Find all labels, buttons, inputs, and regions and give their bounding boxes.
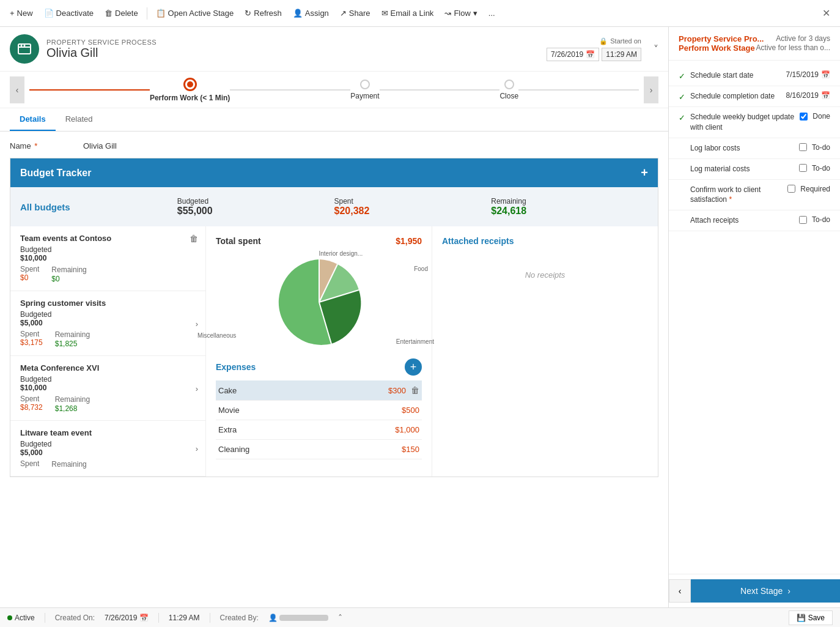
- expense-row: Movie $500: [216, 401, 422, 420]
- open-active-stage-button[interactable]: 📋 Open Active Stage: [151, 6, 239, 20]
- expand-button[interactable]: ˄: [338, 613, 342, 623]
- receipts-checkbox[interactable]: [799, 216, 807, 224]
- tab-related[interactable]: Related: [56, 108, 103, 131]
- expenses-title: Expenses: [216, 362, 256, 372]
- rp-process-name[interactable]: Property Service Pro...: [679, 34, 764, 43]
- calendar-icon: 📅: [586, 50, 595, 59]
- stages-wrapper: Perform Work (< 1 Min) Payment Close: [24, 72, 644, 108]
- stage-connector-3: [380, 89, 500, 91]
- svg-point-3: [24, 45, 26, 46]
- pie-chart-svg: [270, 253, 368, 351]
- budget-tracker-add-button[interactable]: +: [641, 166, 648, 180]
- stage-item-close[interactable]: Close: [499, 80, 518, 100]
- budget-summary: All budgets Budgeted $55,000 Spent $20,3…: [10, 187, 658, 226]
- budget-detail: Total spent $1,950: [206, 226, 432, 477]
- required-asterisk: *: [729, 195, 732, 204]
- rp-checklist-item: ✓ Log material costs To-do: [669, 159, 840, 180]
- rp-checklist-item: ✓ Log labor costs To-do: [669, 138, 840, 159]
- stage-connector-4: [518, 89, 639, 91]
- new-button[interactable]: + New: [5, 6, 38, 20]
- created-by-value: 👤: [268, 614, 328, 622]
- list-item[interactable]: › Spring customer visits Budgeted$5,000 …: [10, 291, 205, 356]
- total-spent-value: $1,950: [396, 236, 422, 246]
- email-link-icon: ✉: [381, 9, 388, 18]
- list-item[interactable]: › Meta Conference XVI Budgeted$10,000 Sp…: [10, 356, 205, 421]
- rp-process-row: Active for 3 days Property Service Pro..…: [679, 34, 830, 43]
- budget-all-label: All budgets: [20, 202, 177, 212]
- assign-button[interactable]: 👤 Assign: [288, 6, 334, 20]
- name-required: *: [34, 141, 37, 150]
- save-icon: 💾: [797, 614, 806, 622]
- list-item[interactable]: 🗑 Team events at Contoso Budgeted$10,000…: [10, 226, 205, 291]
- unchecked-icon: ✓: [679, 186, 685, 195]
- check-icon: ✓: [679, 72, 685, 81]
- new-icon: +: [10, 9, 15, 18]
- name-value: Olivia Gill: [83, 141, 117, 150]
- next-stage-button[interactable]: Next Stage ›: [691, 579, 840, 603]
- tab-details[interactable]: Details: [10, 108, 56, 131]
- start-date-input[interactable]: 7/26/2019 📅: [547, 48, 599, 61]
- process-header: PROPERTY SERVICE PROCESS Olivia Gill 🔒 S…: [0, 27, 668, 72]
- name-row: Name * Olivia Gill: [10, 141, 658, 150]
- assign-icon: 👤: [293, 9, 303, 18]
- start-time-input[interactable]: 11:29 AM: [602, 48, 641, 61]
- labor-checkbox[interactable]: [799, 143, 807, 151]
- stage-connector-1: [29, 89, 150, 91]
- expense-delete-button[interactable]: 🗑: [411, 385, 419, 395]
- confirm-checkbox[interactable]: [787, 185, 795, 193]
- started-on-label: 🔒 Started on: [599, 37, 641, 45]
- email-link-button[interactable]: ✉ Email a Link: [377, 6, 439, 20]
- stage-connector-2: [230, 89, 350, 91]
- stage-item-payment[interactable]: Payment: [350, 80, 379, 100]
- close-button[interactable]: ✕: [817, 5, 835, 21]
- done-checkbox[interactable]: [800, 113, 808, 121]
- prev-stage-button[interactable]: ‹: [669, 579, 691, 603]
- status-separator-2: [158, 613, 159, 623]
- stage-nav-next-button[interactable]: ›: [644, 76, 658, 103]
- process-info: PROPERTY SERVICE PROCESS Olivia Gill: [46, 39, 539, 60]
- open-active-stage-icon: 📋: [156, 9, 166, 18]
- receipts-title: Attached receipts: [442, 236, 648, 246]
- stage-label-perform-work: Perform Work (< 1 Min): [150, 94, 230, 102]
- rp-stage-name[interactable]: Perform Work Stage: [679, 43, 755, 53]
- pie-label-interior: Interior design...: [319, 250, 363, 257]
- expense-row: Cleaning $150: [216, 440, 422, 459]
- budget-col-budgeted: Budgeted $55,000: [177, 197, 334, 217]
- share-icon: ↗: [340, 9, 347, 18]
- refresh-icon: ↻: [245, 9, 251, 18]
- rp-checklist-item: ✓ Schedule completion date 8/16/2019 📅: [669, 86, 840, 107]
- next-stage-bar: ‹ Next Stage ›: [669, 574, 840, 607]
- add-expense-button[interactable]: +: [405, 358, 422, 376]
- refresh-button[interactable]: ↻ Refresh: [240, 6, 287, 20]
- more-button[interactable]: ...: [484, 6, 500, 20]
- toolbar: + New 📄 Deactivate 🗑 Delete 📋 Open Activ…: [0, 0, 840, 27]
- pie-label-food: Food: [414, 265, 428, 272]
- rp-checklist-item: ✓ Schedule start date 7/15/2019 📅: [669, 65, 840, 86]
- expense-row: Extra $1,000: [216, 420, 422, 440]
- flow-button[interactable]: ↝ Flow ▾: [440, 6, 482, 20]
- rp-stage-duration: Active for less than o...: [756, 43, 830, 52]
- list-item[interactable]: › Litware team event Budgeted$5,000 Spen…: [10, 421, 205, 477]
- stage-label-close: Close: [499, 92, 518, 100]
- tabs: Details Related: [0, 108, 668, 132]
- status-bar: Active Created On: 7/26/2019 📅 11:29 AM …: [0, 607, 840, 627]
- created-by-label: Created By:: [220, 614, 259, 622]
- delete-button[interactable]: 🗑 Delete: [100, 6, 143, 20]
- flow-dropdown-icon: ▾: [473, 9, 477, 18]
- deactivate-button[interactable]: 📄 Deactivate: [39, 6, 98, 20]
- process-collapse-button[interactable]: ˅: [654, 43, 658, 55]
- budget-item-arrow: ›: [196, 444, 198, 453]
- share-button[interactable]: ↗ Share: [335, 6, 375, 20]
- save-button[interactable]: 💾 Save: [789, 610, 833, 625]
- budget-items: 🗑 Team events at Contoso Budgeted$10,000…: [10, 226, 206, 477]
- svg-point-2: [21, 45, 23, 46]
- pie-label-entertainment: Entertainment: [396, 338, 434, 345]
- budget-col-remaining: Remaining $24,618: [491, 197, 648, 217]
- delete-icon: 🗑: [105, 9, 112, 18]
- budget-item-delete-button[interactable]: 🗑: [190, 234, 198, 243]
- right-panel: Active for 3 days Property Service Pro..…: [669, 27, 840, 607]
- stage-item-perform-work[interactable]: Perform Work (< 1 Min): [150, 78, 230, 102]
- stage-nav-prev-button[interactable]: ‹: [10, 76, 24, 103]
- material-checkbox[interactable]: [799, 164, 807, 172]
- form-content: Name * Olivia Gill Budget Tracker + All …: [0, 132, 668, 492]
